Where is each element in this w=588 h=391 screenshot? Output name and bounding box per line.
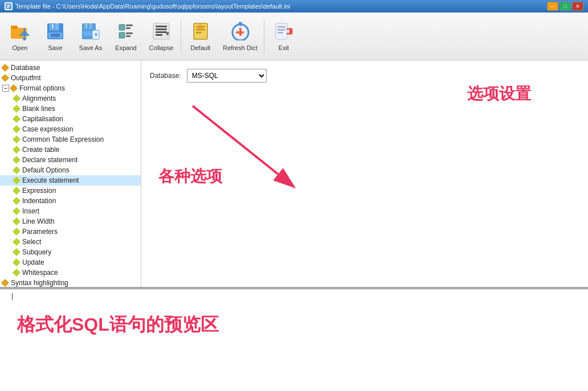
default-button[interactable]: Default [183,15,218,58]
tree-item-execute-statement[interactable]: Execute statement [0,175,141,186]
preview-text: 格式化SQL语句的预览区 [17,312,582,338]
tree-item-subquery[interactable]: Subquery [0,247,141,257]
tree-icon-database [1,64,9,72]
tree-item-line-width[interactable]: Line Width [0,216,141,227]
preview-text-after: 语句的预览区 [109,314,219,335]
open-label: Open [13,44,28,52]
database-label: Database: [150,72,181,80]
svg-rect-37 [196,32,202,34]
expand-button[interactable]: Expand [109,15,143,58]
tree-item-case-expression[interactable]: Case expression [0,124,141,134]
tree-icon-blank-lines [13,105,21,113]
tree-item-select[interactable]: Select [0,237,141,247]
svg-rect-5 [11,26,18,29]
svg-rect-42 [276,23,287,39]
tree-icon-format-options [10,84,18,92]
preview-text-before: 格式化 [17,314,72,335]
svg-rect-31 [156,31,167,33]
saveas-label: Save As [79,44,102,52]
tree-item-whitespace[interactable]: Whitespace [0,267,141,278]
svg-rect-25 [119,32,125,38]
open-button[interactable]: Open [3,15,37,58]
refresh-icon [230,20,251,42]
tree-label-outputfmt: Outputfmt [11,74,41,82]
exit-icon [273,20,295,42]
tree-label-select: Select [22,238,41,246]
svg-rect-3 [7,7,9,9]
svg-rect-41 [236,31,244,34]
save-button[interactable]: Save [38,15,72,58]
svg-rect-36 [196,29,205,31]
tree-icon-declare-statement [13,156,21,164]
tree-item-parameters[interactable]: Parameters [0,227,141,237]
tree-icon-syntax [1,279,9,287]
title-bar-left: Template file - C:\Users\Hoda\AppData\Ro… [5,2,290,10]
minimize-button[interactable]: — [547,2,558,11]
database-select[interactable]: MS-SQL MySQL Oracle PostgreSQL [187,69,267,83]
tree-icon-subquery [13,248,21,256]
saveas-icon: + [80,20,101,42]
tree-label-whitespace: Whitespace [22,269,58,277]
svg-rect-32 [156,34,162,36]
tree-panel: Database Outputfmt − Format options Alig… [0,60,141,287]
tree-label-default-options: Default Options [22,166,70,174]
tree-icon-insert [13,207,21,215]
tree-label-insert: Insert [22,207,39,215]
tree-item-declare-statement[interactable]: Declare statement [0,155,141,165]
svg-line-48 [193,106,278,174]
tree-item-alignments[interactable]: Alignments [0,93,141,104]
refresh-label: Refresh Dict [223,44,258,52]
title-bar: Template file - C:\Users\Hoda\AppData\Ro… [0,0,588,13]
options-panel: Database: MS-SQL MySQL Oracle PostgreSQL… [141,60,588,287]
collapse-button[interactable]: Collapse [144,15,178,58]
tree-item-common-table[interactable]: Common Table Expression [0,134,141,145]
tree-icon-line-width [13,217,21,225]
tree-item-database[interactable]: Database [0,63,141,73]
app-icon [5,2,13,10]
tree-label-format-options: Format options [19,84,65,92]
tree-label-parameters: Parameters [22,228,58,236]
tree-item-capitalisation[interactable]: Capitalisation [0,114,141,124]
tree-label-line-width: Line Width [22,217,55,225]
tree-label-create-table: Create table [22,146,59,154]
tree-item-expression[interactable]: Expression [0,186,141,196]
tree-item-indentation[interactable]: Indentation [0,196,141,206]
svg-rect-18 [86,24,87,28]
tree-label-indentation: Indentation [22,197,56,205]
expand-icon-format[interactable]: − [2,85,9,92]
save-label: Save [48,44,62,52]
saveas-button[interactable]: + Save As [74,15,108,58]
svg-rect-2 [7,6,10,7]
preview-text-sql: SQL [72,314,109,335]
default-icon [190,20,211,42]
tree-item-format-options[interactable]: − Format options [0,83,141,93]
default-label: Default [191,44,211,52]
tree-item-create-table[interactable]: Create table [0,145,141,155]
tree-item-outputfmt[interactable]: Outputfmt [0,73,141,83]
exit-button[interactable]: Exit [267,15,301,58]
tree-label-alignments: Alignments [22,94,56,102]
database-row: Database: MS-SQL MySQL Oracle PostgreSQL [150,69,579,83]
tree-icon-alignments [13,94,21,102]
refresh-button[interactable]: Refresh Dict [219,15,262,58]
annotation-title: 选项设置 [467,83,531,105]
tree-item-default-options[interactable]: Default Options [0,165,141,175]
collapse-label: Collapse [149,44,174,52]
tree-item-blank-lines[interactable]: Blank lines [0,104,141,114]
svg-rect-45 [277,32,283,34]
close-button[interactable]: ✕ [572,2,583,11]
toolbar: Open Save + [0,13,588,60]
tree-label-capitalisation: Capitalisation [22,115,63,123]
tree-icon-whitespace [13,269,21,277]
maximize-button[interactable]: □ [560,2,571,11]
tree-item-insert[interactable]: Insert [0,206,141,216]
svg-rect-14 [51,34,60,37]
tree-item-syntax-highlighting[interactable]: Syntax highlighting [0,278,141,287]
expand-label: Expand [115,44,136,52]
tree-label-syntax: Syntax highlighting [11,279,68,287]
svg-marker-8 [22,38,27,40]
tree-label-blank-lines: Blank lines [22,105,55,113]
tree-item-update[interactable]: Update [0,257,141,267]
svg-rect-44 [277,29,285,31]
tree-icon-case-expression [13,125,21,133]
